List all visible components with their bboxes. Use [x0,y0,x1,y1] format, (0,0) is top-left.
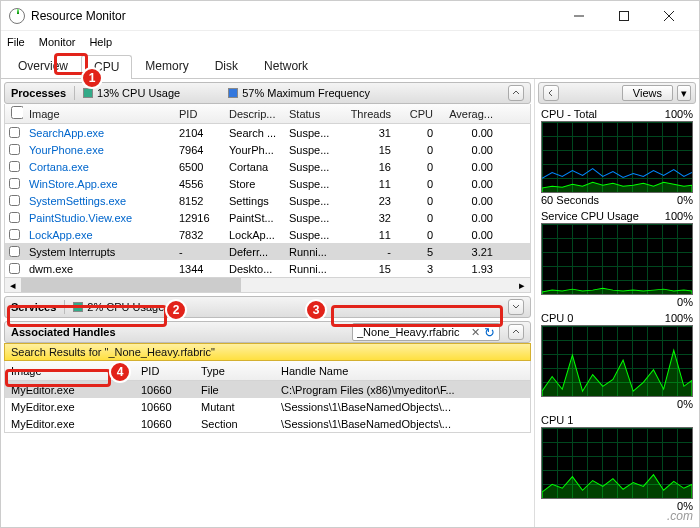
processes-label: Processes [11,87,66,99]
collapse-handles-icon[interactable] [508,324,524,340]
table-row[interactable]: dwm.exe1344Deskto...Runni...1531.93 [5,260,530,277]
table-row[interactable]: MyEditor.exe10660Mutant\Sessions\1\BaseN… [4,398,531,415]
graph-block: CPU - Total100% 60 Seconds0% [541,108,693,206]
search-results-bar: Search Results for "_None_Heavy.rfabric" [4,343,531,361]
menubar: File Monitor Help [1,31,699,53]
minimize-button[interactable] [556,2,601,30]
row-checkbox[interactable] [9,246,20,257]
col-cpu[interactable]: CPU [397,108,439,120]
processes-grid: SearchApp.exe2104Search ...Suspe...3100.… [4,124,531,277]
processes-columns: Image PID Descrip... Status Threads CPU … [4,104,531,124]
col-desc[interactable]: Descrip... [223,108,283,120]
window-title: Resource Monitor [31,9,126,23]
callout-1: 1 [81,67,103,89]
graph-block: CPU 0100% 0% [541,312,693,410]
max-freq-stat: 57% Maximum Frequency [228,87,370,99]
row-checkbox[interactable] [9,144,20,155]
views-button[interactable]: Views [622,85,673,101]
titlebar: Resource Monitor [1,1,699,31]
hcol-pid[interactable]: PID [135,365,195,377]
table-row[interactable]: PaintStudio.View.exe12916PaintSt...Suspe… [5,209,530,226]
menu-file[interactable]: File [7,36,25,48]
scroll-thumb[interactable] [21,278,241,292]
row-checkbox[interactable] [9,263,20,274]
graph-title: Service CPU Usage [541,210,639,222]
graph-canvas [541,325,693,397]
graph-pct: 100% [665,108,693,120]
col-avg[interactable]: Averag... [439,108,499,120]
table-row[interactable]: YourPhone.exe7964YourPh...Suspe...1500.0… [5,141,530,158]
graph-block: CPU 1 0% [541,414,693,512]
expand-graphs-icon[interactable] [543,85,559,101]
table-row[interactable]: MyEditor.exe10660Section\Sessions\1\Base… [4,415,531,432]
processes-hscroll[interactable]: ◂ ▸ [4,277,531,293]
views-dropdown-icon[interactable]: ▾ [677,85,691,101]
col-status[interactable]: Status [283,108,339,120]
table-row[interactable]: Cortana.exe6500CortanaSuspe...1600.00 [5,158,530,175]
search-go-icon[interactable]: ↻ [484,325,495,340]
checkbox-col[interactable] [5,106,23,121]
hcol-type[interactable]: Type [195,365,275,377]
services-label: Services [11,301,56,313]
table-row[interactable]: WinStore.App.exe4556StoreSuspe...1100.00 [5,175,530,192]
close-button[interactable] [646,2,691,30]
menu-help[interactable]: Help [89,36,112,48]
graph-pct: 100% [665,312,693,324]
tab-overview[interactable]: Overview [5,54,81,78]
scroll-left-icon[interactable]: ◂ [5,278,21,292]
col-threads[interactable]: Threads [339,108,397,120]
services-cpu-stat: 2% CPU Usage [73,301,164,313]
watermark: .com [667,509,693,523]
graph-title: CPU 1 [541,414,573,426]
cpu-usage-stat: 13% CPU Usage [83,87,180,99]
handles-grid: MyEditor.exe10660FileC:\Program Files (x… [1,381,534,432]
graph-canvas [541,223,693,295]
col-pid[interactable]: PID [173,108,223,120]
handles-empty-area [4,432,531,433]
callout-3: 3 [305,299,327,321]
app-icon [9,8,25,24]
collapse-processes-icon[interactable] [508,85,524,101]
callout-2: 2 [165,299,187,321]
row-checkbox[interactable] [9,178,20,189]
table-row[interactable]: LockApp.exe7832LockAp...Suspe...1100.00 [5,226,530,243]
table-row[interactable]: SearchApp.exe2104Search ...Suspe...3100.… [5,124,530,141]
handles-label: Associated Handles [11,326,116,338]
callout-4: 4 [109,361,131,383]
scroll-right-icon[interactable]: ▸ [514,278,530,292]
table-row[interactable]: System Interrupts-Deferr...Runni...-53.2… [5,243,530,260]
row-checkbox[interactable] [9,195,20,206]
tab-bar: Overview CPU Memory Disk Network [1,53,699,79]
row-checkbox[interactable] [9,212,20,223]
menu-monitor[interactable]: Monitor [39,36,76,48]
clear-search-icon[interactable]: ✕ [471,326,480,339]
graph-block: Service CPU Usage100% 0% [541,210,693,308]
row-checkbox[interactable] [9,161,20,172]
expand-services-icon[interactable] [508,299,524,315]
row-checkbox[interactable] [9,229,20,240]
graph-title: CPU 0 [541,312,573,324]
maximize-button[interactable] [601,2,646,30]
hcol-name[interactable]: Handle Name [275,365,530,377]
table-row[interactable]: MyEditor.exe10660FileC:\Program Files (x… [4,381,531,398]
col-image[interactable]: Image [23,108,173,120]
handles-search-field[interactable]: ✕ ↻ [352,323,500,341]
graph-pct: 100% [665,210,693,222]
tab-memory[interactable]: Memory [132,54,201,78]
handles-search-input[interactable] [357,326,467,338]
table-row[interactable]: SystemSettings.exe8152SettingsSuspe...23… [5,192,530,209]
graphs-sidebar: Views ▾ CPU - Total100% 60 Seconds0%Serv… [535,79,699,527]
tab-disk[interactable]: Disk [202,54,251,78]
row-checkbox[interactable] [9,127,20,138]
handles-header[interactable]: Associated Handles ✕ ↻ [4,321,531,343]
graph-title: CPU - Total [541,108,597,120]
graph-canvas [541,427,693,499]
graph-canvas [541,121,693,193]
svg-rect-1 [619,11,628,20]
services-header[interactable]: Services 2% CPU Usage [4,296,531,318]
handles-columns: Image PID Type Handle Name [4,361,531,381]
tab-network[interactable]: Network [251,54,321,78]
